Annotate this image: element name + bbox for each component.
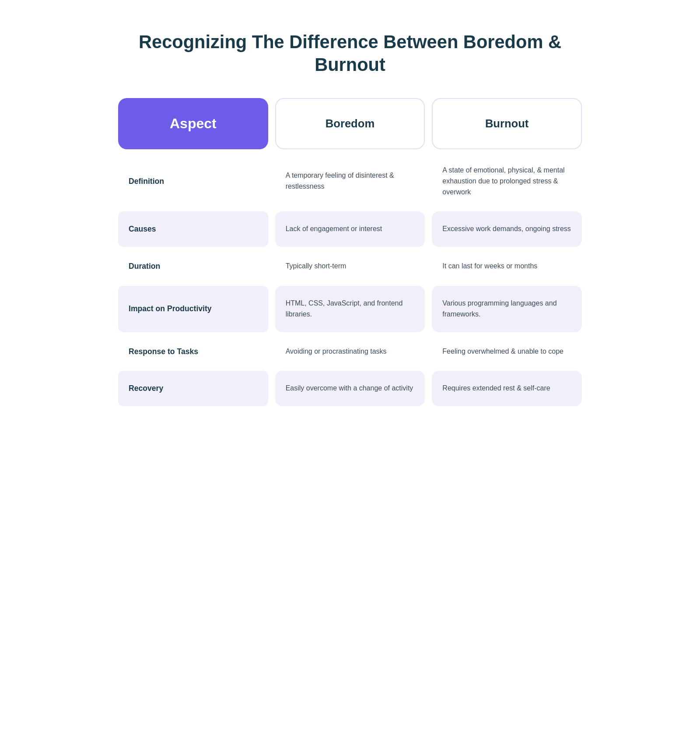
row-burnout-value: Feeling overwhelmed & unable to cope [442, 346, 564, 357]
row-aspect-label: Response to Tasks [129, 346, 198, 357]
header-aspect-cell: Aspect [118, 98, 268, 149]
table-row: Impact on Productivity HTML, CSS, JavaSc… [118, 286, 582, 332]
row-burnout-value: Various programming languages and framew… [442, 298, 571, 320]
row-aspect-cell: Causes [118, 211, 268, 247]
table-row: Causes Lack of engagement or interest Ex… [118, 211, 582, 247]
table-row: Definition A temporary feeling of disint… [118, 153, 582, 210]
page-title: Recognizing The Difference Between Bored… [118, 31, 582, 76]
comparison-table: Aspect Boredom Burnout Definition A temp… [118, 98, 582, 406]
table-row: Response to Tasks Avoiding or procrastin… [118, 334, 582, 369]
row-aspect-cell: Definition [118, 153, 268, 210]
row-burnout-cell: Requires extended rest & self-care [432, 371, 582, 406]
row-boredom-cell: Lack of engagement or interest [275, 211, 425, 247]
row-boredom-value: Lack of engagement or interest [286, 224, 382, 235]
row-boredom-cell: Easily overcome with a change of activit… [275, 371, 425, 406]
row-boredom-value: A temporary feeling of disinterest & res… [286, 170, 415, 192]
row-aspect-label: Causes [129, 224, 156, 235]
header-burnout-cell: Burnout [432, 98, 582, 149]
page-container: Recognizing The Difference Between Bored… [118, 18, 582, 408]
row-burnout-value: A state of emotional, physical, & mental… [442, 165, 571, 197]
row-boredom-value: Easily overcome with a change of activit… [286, 383, 413, 394]
row-burnout-cell: Excessive work demands, ongoing stress [432, 211, 582, 247]
row-aspect-cell: Impact on Productivity [118, 286, 268, 332]
row-burnout-cell: Various programming languages and framew… [432, 286, 582, 332]
row-boredom-cell: HTML, CSS, JavaScript, and frontend libr… [275, 286, 425, 332]
table-row: Recovery Easily overcome with a change o… [118, 371, 582, 406]
row-boredom-value: HTML, CSS, JavaScript, and frontend libr… [286, 298, 415, 320]
row-burnout-value: It can last for weeks or months [442, 261, 537, 272]
table-body: Definition A temporary feeling of disint… [118, 153, 582, 406]
row-aspect-label: Impact on Productivity [129, 303, 212, 314]
header-boredom-label: Boredom [326, 117, 374, 130]
header-boredom-cell: Boredom [275, 98, 425, 149]
table-row: Duration Typically short-term It can las… [118, 249, 582, 284]
row-burnout-cell: A state of emotional, physical, & mental… [432, 153, 582, 210]
header-aspect-label: Aspect [170, 116, 217, 132]
row-boredom-value: Avoiding or procrastinating tasks [286, 346, 387, 357]
row-boredom-cell: Avoiding or procrastinating tasks [275, 334, 425, 369]
row-burnout-value: Requires extended rest & self-care [442, 383, 550, 394]
row-boredom-cell: A temporary feeling of disinterest & res… [275, 153, 425, 210]
row-burnout-cell: It can last for weeks or months [432, 249, 582, 284]
header-burnout-label: Burnout [485, 117, 529, 130]
row-boredom-cell: Typically short-term [275, 249, 425, 284]
title-section: Recognizing The Difference Between Bored… [118, 18, 582, 76]
row-boredom-value: Typically short-term [286, 261, 346, 272]
row-aspect-cell: Response to Tasks [118, 334, 268, 369]
row-aspect-cell: Duration [118, 249, 268, 284]
row-burnout-value: Excessive work demands, ongoing stress [442, 224, 570, 235]
row-aspect-label: Duration [129, 261, 160, 272]
row-aspect-label: Recovery [129, 383, 163, 394]
row-aspect-cell: Recovery [118, 371, 268, 406]
row-burnout-cell: Feeling overwhelmed & unable to cope [432, 334, 582, 369]
table-header-row: Aspect Boredom Burnout [118, 98, 582, 149]
row-aspect-label: Definition [129, 176, 164, 187]
